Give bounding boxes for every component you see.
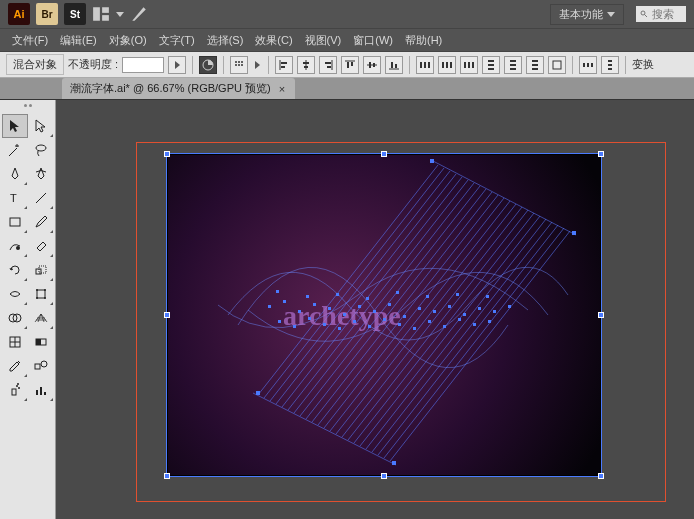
resize-handle-tr[interactable] — [598, 151, 604, 157]
align-left-button[interactable] — [275, 56, 293, 74]
svg-point-66 — [44, 297, 46, 299]
mesh-tool[interactable] — [2, 330, 28, 354]
symbol-sprayer-tool[interactable] — [2, 378, 28, 402]
svg-rect-35 — [450, 62, 452, 68]
svg-rect-50 — [587, 63, 589, 67]
svg-rect-53 — [608, 64, 612, 66]
column-graph-tool[interactable] — [28, 378, 54, 402]
menu-effect[interactable]: 效果(C) — [249, 28, 298, 52]
recolor-button[interactable] — [199, 56, 217, 74]
free-transform-tool[interactable] — [28, 282, 54, 306]
svg-point-11 — [241, 64, 243, 66]
width-tool[interactable] — [2, 282, 28, 306]
svg-rect-33 — [442, 62, 444, 68]
menu-edit[interactable]: 编辑(E) — [54, 28, 103, 52]
gradient-tool[interactable] — [28, 330, 54, 354]
distribute-vcenter-button[interactable] — [504, 56, 522, 74]
svg-rect-81 — [40, 387, 42, 395]
pen-tool[interactable] — [2, 162, 28, 186]
align-vcenter-button[interactable] — [363, 56, 381, 74]
svg-point-10 — [238, 64, 240, 66]
align-to-button[interactable] — [548, 56, 566, 74]
svg-rect-26 — [373, 63, 375, 67]
svg-point-79 — [17, 383, 19, 385]
rotate-tool[interactable] — [2, 258, 28, 282]
stock-logo[interactable]: St — [64, 3, 86, 25]
menu-view[interactable]: 视图(V) — [299, 28, 348, 52]
align-top-button[interactable] — [341, 56, 359, 74]
menu-window[interactable]: 窗口(W) — [347, 28, 399, 52]
align-bottom-button[interactable] — [385, 56, 403, 74]
distribute-top-button[interactable] — [482, 56, 500, 74]
workspace-switcher[interactable]: 基本功能 — [550, 4, 624, 25]
align-panel-button[interactable] — [230, 56, 248, 74]
chevron-down-icon — [607, 12, 615, 17]
menu-help[interactable]: 帮助(H) — [399, 28, 448, 52]
distribute-bottom-button[interactable] — [526, 56, 544, 74]
resize-handle-tm[interactable] — [381, 151, 387, 157]
scale-tool[interactable] — [28, 258, 54, 282]
resize-handle-bl[interactable] — [164, 473, 170, 479]
distribute-spacing-h-button[interactable] — [579, 56, 597, 74]
separator — [223, 56, 224, 74]
eyedropper-tool[interactable] — [2, 354, 28, 378]
align-hcenter-button[interactable] — [297, 56, 315, 74]
distribute-right-button[interactable] — [460, 56, 478, 74]
bridge-logo[interactable]: Br — [36, 3, 58, 25]
resize-handle-ml[interactable] — [164, 312, 170, 318]
svg-rect-45 — [532, 60, 538, 62]
svg-point-63 — [36, 289, 38, 291]
arrange-docs-icon[interactable] — [92, 5, 110, 23]
distribute-hcenter-button[interactable] — [438, 56, 456, 74]
tools-panel: T — [0, 100, 56, 519]
opacity-dropdown-button[interactable] — [168, 56, 186, 74]
line-tool[interactable] — [28, 186, 54, 210]
distribute-left-button[interactable] — [416, 56, 434, 74]
menu-text[interactable]: 文字(T) — [153, 28, 201, 52]
eraser-tool[interactable] — [28, 234, 54, 258]
menu-file[interactable]: 文件(F) — [6, 28, 54, 52]
resize-handle-br[interactable] — [598, 473, 604, 479]
ai-logo: Ai — [8, 3, 30, 25]
svg-rect-23 — [351, 62, 353, 66]
menu-object[interactable]: 对象(O) — [103, 28, 153, 52]
resize-handle-bm[interactable] — [381, 473, 387, 479]
feather-icon[interactable] — [130, 5, 148, 23]
svg-rect-62 — [37, 290, 45, 298]
perspective-grid-tool[interactable] — [28, 306, 54, 330]
resize-handle-mr[interactable] — [598, 312, 604, 318]
canvas[interactable]: archetype — [56, 100, 694, 519]
menu-select[interactable]: 选择(S) — [201, 28, 250, 52]
svg-rect-13 — [281, 62, 287, 64]
close-icon[interactable]: × — [279, 83, 285, 95]
distribute-spacing-v-button[interactable] — [601, 56, 619, 74]
svg-rect-47 — [532, 68, 538, 70]
chevron-down-icon[interactable] — [116, 12, 124, 17]
selection-tool[interactable] — [2, 114, 28, 138]
search-input[interactable] — [652, 8, 682, 20]
svg-line-4 — [645, 15, 648, 18]
selection-bounding-box[interactable] — [166, 153, 602, 477]
type-tool[interactable]: T — [2, 186, 28, 210]
svg-rect-16 — [303, 62, 309, 64]
direct-selection-tool[interactable] — [28, 114, 54, 138]
resize-handle-tl[interactable] — [164, 151, 170, 157]
curvature-tool[interactable] — [28, 162, 54, 186]
svg-rect-22 — [347, 62, 349, 68]
magic-wand-tool[interactable] — [2, 138, 28, 162]
panel-grip[interactable] — [8, 104, 48, 112]
svg-rect-19 — [325, 62, 331, 64]
svg-rect-82 — [44, 392, 46, 395]
shaper-tool[interactable] — [2, 234, 28, 258]
lasso-tool[interactable] — [28, 138, 54, 162]
chevron-right-icon[interactable] — [252, 56, 262, 74]
paintbrush-tool[interactable] — [28, 210, 54, 234]
blend-tool[interactable] — [28, 354, 54, 378]
rectangle-tool[interactable] — [2, 210, 28, 234]
document-tab[interactable]: 潮流字体.ai* @ 66.67% (RGB/GPU 预览) × — [62, 78, 295, 99]
opacity-input[interactable] — [122, 57, 164, 73]
align-right-button[interactable] — [319, 56, 337, 74]
svg-rect-28 — [391, 62, 393, 68]
shape-builder-tool[interactable] — [2, 306, 28, 330]
search-box[interactable] — [636, 6, 686, 22]
